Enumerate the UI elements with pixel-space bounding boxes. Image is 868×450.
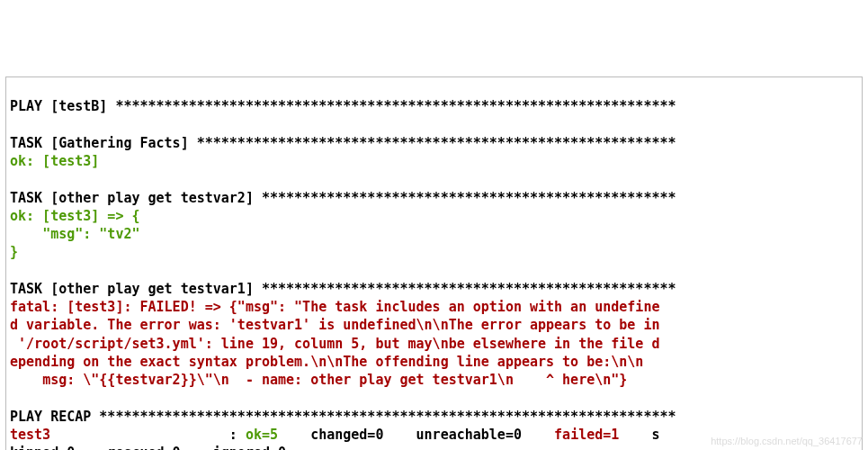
task-testvar1-fatal-line5: msg: \"{{testvar2}}\"\n - name: other pl… — [10, 372, 627, 388]
task-testvar2-header: TASK [other play get testvar2] *********… — [10, 190, 676, 206]
task-testvar1-fatal-line3: '/root/script/set3.yml': line 19, column… — [10, 336, 659, 352]
play-recap-stats-line1: test3 : ok=5 changed=0 unreachable=0 fai… — [10, 427, 660, 443]
recap-colon: : — [50, 427, 246, 443]
task-testvar1-fatal-line4: epending on the exact syntax problem.\n\… — [10, 354, 643, 370]
task-testvar2-ok-line2: "msg": "tv2" — [10, 226, 140, 242]
task-gathering-facts-ok: ok: [test3] — [10, 153, 99, 169]
task-gathering-facts-header: TASK [Gathering Facts] *****************… — [10, 135, 676, 151]
task-testvar1-header: TASK [other play get testvar1] *********… — [10, 281, 676, 297]
play-recap-stats-line2: kipped=0 rescued=0 ignored=0 — [10, 445, 286, 450]
terminal-output: PLAY [testB] ***************************… — [5, 76, 863, 450]
recap-tail: s — [643, 427, 659, 443]
recap-failed: failed=1 — [554, 427, 643, 443]
task-testvar2-ok-line3: } — [10, 244, 18, 260]
task-testvar1-fatal-line1: fatal: [test3]: FAILED! => {"msg": "The … — [10, 299, 659, 315]
task-testvar1-fatal-line2: d variable. The error was: 'testvar1' is… — [10, 317, 659, 333]
watermark: https://blog.csdn.net/qq_36417677 — [711, 435, 863, 448]
recap-ok: ok=5 — [246, 427, 302, 443]
recap-changed-unreachable: changed=0 unreachable=0 — [302, 427, 554, 443]
play-recap-header: PLAY RECAP *****************************… — [10, 409, 676, 425]
task-testvar2-ok-line1: ok: [test3] => { — [10, 208, 140, 224]
recap-host: test3 — [10, 427, 50, 443]
play-header: PLAY [testB] ***************************… — [10, 98, 676, 114]
